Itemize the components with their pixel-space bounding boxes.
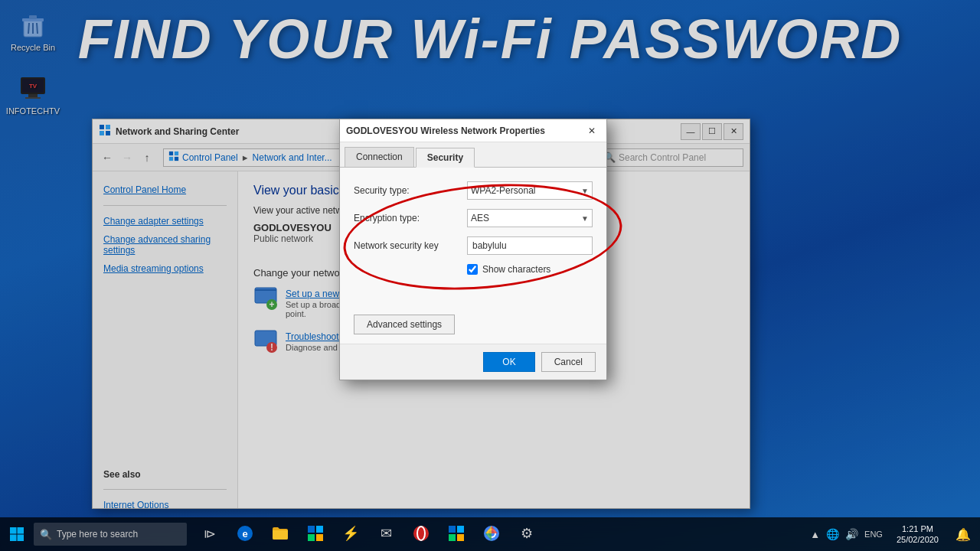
advanced-settings-button[interactable]: Advanced settings bbox=[354, 315, 455, 334]
svg-rect-34 bbox=[308, 534, 315, 541]
taskbar-clock[interactable]: 1:21 PM 25/02/2020 bbox=[889, 523, 946, 546]
wireless-properties-dialog: GODLOVESYOU Wireless Network Properties … bbox=[339, 119, 607, 380]
svg-rect-41 bbox=[457, 534, 464, 541]
dialog-close-button[interactable]: ✕ bbox=[583, 123, 600, 139]
edge-app[interactable] bbox=[439, 517, 473, 551]
security-type-value: WPA2-Personal bbox=[471, 185, 535, 196]
svg-rect-27 bbox=[18, 527, 24, 534]
tab-security[interactable]: Security bbox=[416, 148, 475, 168]
encryption-type-label: Encryption type: bbox=[354, 213, 461, 223]
svg-rect-40 bbox=[449, 534, 456, 541]
store-app[interactable] bbox=[299, 517, 332, 551]
network-key-label: Network security key bbox=[354, 240, 461, 251]
volume-tray-icon[interactable]: 🔊 bbox=[845, 528, 858, 540]
dialog-footer: OK Cancel bbox=[340, 344, 606, 380]
show-characters-row: Show characters bbox=[354, 264, 593, 275]
cancel-button[interactable]: Cancel bbox=[541, 352, 596, 372]
settings-app[interactable]: ⚙ bbox=[510, 517, 544, 551]
clock-date: 25/02/2020 bbox=[897, 534, 939, 545]
svg-point-36 bbox=[413, 526, 429, 541]
security-type-arrow: ▼ bbox=[581, 187, 589, 195]
svg-rect-28 bbox=[10, 535, 17, 542]
svg-rect-33 bbox=[316, 526, 323, 533]
taskbar: 🔍 Type here to search ⧐ e bbox=[0, 517, 980, 551]
svg-rect-26 bbox=[10, 527, 17, 534]
clock-time: 1:21 PM bbox=[897, 523, 939, 534]
ie-app[interactable]: e bbox=[228, 517, 262, 551]
edge-icon bbox=[447, 524, 466, 543]
network-key-row: Network security key bbox=[354, 236, 593, 255]
ok-button[interactable]: OK bbox=[483, 352, 534, 372]
taskbar-search-text: Type here to search bbox=[57, 529, 138, 540]
security-type-select[interactable]: WPA2-Personal ▼ bbox=[467, 181, 593, 200]
start-button[interactable] bbox=[0, 517, 34, 551]
svg-rect-29 bbox=[18, 535, 24, 542]
svg-rect-35 bbox=[316, 534, 323, 541]
tab-connection[interactable]: Connection bbox=[345, 147, 414, 167]
network-tray-icon[interactable]: 🌐 bbox=[826, 528, 839, 540]
notification-button[interactable]: 🔔 bbox=[946, 517, 980, 551]
mail-app[interactable]: ✉ bbox=[369, 517, 403, 551]
flashpoint-app[interactable]: ⚡ bbox=[334, 517, 368, 551]
network-key-input[interactable] bbox=[467, 236, 593, 255]
svg-rect-39 bbox=[457, 526, 464, 533]
dialog-titlebar: GODLOVESYOU Wireless Network Properties … bbox=[340, 119, 606, 142]
dialog-tabs: Connection Security bbox=[340, 142, 606, 168]
language-indicator[interactable]: ENG bbox=[864, 530, 883, 539]
tray-up-arrow[interactable]: ▲ bbox=[810, 529, 820, 540]
dialog-content: Security type: WPA2-Personal ▼ Encryptio… bbox=[340, 168, 606, 344]
windows-logo-icon bbox=[9, 527, 24, 542]
dialog-title-text: GODLOVESYOU Wireless Network Properties bbox=[346, 126, 545, 136]
chrome-icon bbox=[482, 524, 501, 543]
store-icon bbox=[306, 524, 325, 543]
svg-rect-32 bbox=[308, 526, 315, 533]
svg-text:e: e bbox=[242, 528, 247, 540]
folder-icon bbox=[271, 524, 289, 543]
encryption-type-arrow: ▼ bbox=[581, 214, 589, 223]
opera-icon bbox=[412, 524, 430, 543]
chrome-app[interactable] bbox=[475, 517, 508, 551]
security-type-row: Security type: WPA2-Personal ▼ bbox=[354, 181, 593, 200]
encryption-type-value: AES bbox=[471, 213, 489, 223]
encryption-type-row: Encryption type: AES ▼ bbox=[354, 209, 593, 227]
taskbar-search-icon: 🔍 bbox=[40, 529, 52, 540]
svg-rect-38 bbox=[449, 526, 456, 533]
task-view-button[interactable]: ⧐ bbox=[193, 517, 227, 551]
show-characters-label: Show characters bbox=[482, 264, 550, 275]
file-explorer-app[interactable] bbox=[263, 517, 297, 551]
ie-icon: e bbox=[236, 524, 254, 543]
security-type-label: Security type: bbox=[354, 185, 461, 196]
encryption-type-select[interactable]: AES ▼ bbox=[467, 209, 593, 227]
taskbar-search[interactable]: 🔍 Type here to search bbox=[34, 523, 187, 546]
opera-app[interactable] bbox=[404, 517, 438, 551]
show-characters-checkbox[interactable] bbox=[467, 264, 478, 275]
